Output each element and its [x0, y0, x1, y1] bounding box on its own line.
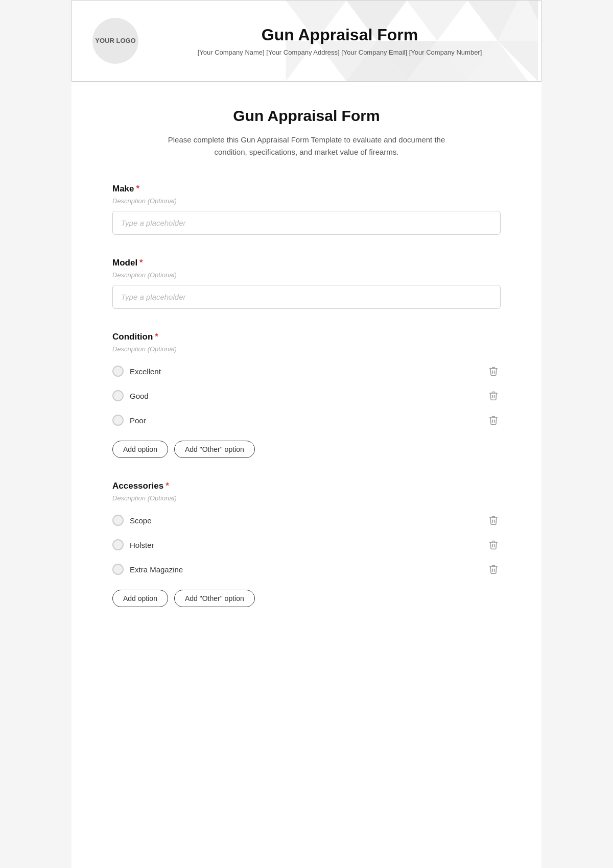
make-required: * [136, 184, 140, 194]
delete-poor-button[interactable] [486, 413, 501, 427]
model-input[interactable] [112, 285, 501, 309]
condition-option-buttons: Add option Add "Other" option [112, 441, 501, 458]
form-header: YOUR LOGO Gun Appraisal Form [Your Compa… [72, 0, 541, 82]
accessories-add-option-button[interactable]: Add option [112, 590, 168, 607]
make-section: Make* Description (Optional) [112, 184, 501, 235]
model-description: Description (Optional) [112, 271, 501, 279]
delete-holster-button[interactable] [486, 538, 501, 552]
make-input[interactable] [112, 211, 501, 235]
logo: YOUR LOGO [92, 18, 138, 64]
form-description: Please complete this Gun Appraisal Form … [153, 134, 460, 158]
delete-good-button[interactable] [486, 389, 501, 403]
condition-label: Condition* [112, 332, 501, 342]
form-body: Gun Appraisal Form Please complete this … [72, 82, 541, 656]
make-description: Description (Optional) [112, 197, 501, 205]
delete-excellent-button[interactable] [486, 364, 501, 378]
accessories-option-extra-magazine: Extra Magazine [112, 557, 501, 582]
company-info: [Your Company Name] [Your Company Addres… [159, 49, 521, 56]
model-label: Model* [112, 258, 501, 268]
condition-required: * [155, 332, 158, 342]
condition-option-good: Good [112, 383, 501, 408]
condition-option-poor: Poor [112, 408, 501, 432]
radio-poor[interactable] [112, 415, 124, 426]
accessories-scope-label: Scope [130, 516, 152, 525]
condition-description: Description (Optional) [112, 345, 501, 353]
accessories-section: Accessories* Description (Optional) Scop… [112, 481, 501, 607]
header-title: Gun Appraisal Form [159, 26, 521, 44]
delete-extra-magazine-button[interactable] [486, 562, 501, 576]
accessories-description: Description (Optional) [112, 494, 501, 502]
accessories-required: * [166, 481, 169, 491]
delete-scope-button[interactable] [486, 513, 501, 527]
condition-excellent-label: Excellent [130, 367, 161, 376]
header-text-block: Gun Appraisal Form [Your Company Name] [… [159, 26, 521, 56]
condition-add-option-button[interactable]: Add option [112, 441, 168, 458]
accessories-extra-magazine-label: Extra Magazine [130, 565, 183, 574]
page-wrapper: YOUR LOGO Gun Appraisal Form [Your Compa… [72, 0, 541, 868]
condition-add-other-button[interactable]: Add "Other" option [174, 441, 255, 458]
model-required: * [139, 258, 143, 268]
accessories-holster-label: Holster [130, 541, 154, 549]
radio-excellent[interactable] [112, 366, 124, 377]
form-title: Gun Appraisal Form [112, 107, 501, 125]
radio-extra-magazine[interactable] [112, 564, 124, 575]
condition-option-excellent: Excellent [112, 359, 501, 383]
accessories-option-scope: Scope [112, 508, 501, 533]
radio-good[interactable] [112, 390, 124, 401]
accessories-add-other-button[interactable]: Add "Other" option [174, 590, 255, 607]
svg-rect-14 [489, 368, 491, 369]
accessories-option-buttons: Add option Add "Other" option [112, 590, 501, 607]
make-label: Make* [112, 184, 501, 194]
accessories-label: Accessories* [112, 481, 501, 491]
condition-section: Condition* Description (Optional) Excell… [112, 332, 501, 458]
accessories-option-holster: Holster [112, 533, 501, 557]
condition-good-label: Good [130, 392, 149, 400]
model-section: Model* Description (Optional) [112, 258, 501, 309]
condition-poor-label: Poor [130, 416, 146, 425]
radio-scope[interactable] [112, 515, 124, 526]
radio-holster[interactable] [112, 539, 124, 550]
